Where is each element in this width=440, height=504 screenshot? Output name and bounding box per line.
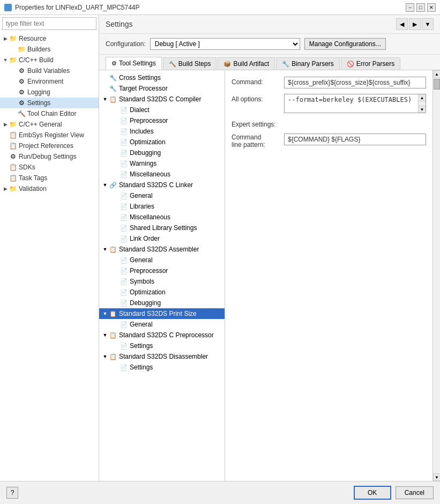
tool-tree-item-std_s32ds_disassembler[interactable]: ▼ 📋 Standard S32DS Disassembler <box>99 351 225 362</box>
tree-item-icon: ⚙ <box>9 152 17 161</box>
tool-tree-item-warnings[interactable]: 📄 Warnings <box>99 158 225 169</box>
tab-build_steps[interactable]: 🔨 Build Steps <box>163 57 217 70</box>
left-tree-item-build_variables[interactable]: ⚙ Build Variables <box>0 65 99 76</box>
left-tree-item-task_tags[interactable]: 📋 Task Tags <box>0 173 99 183</box>
help-button[interactable]: ? <box>6 487 18 499</box>
command-line-label-2: line pattern: <box>232 141 280 149</box>
cancel-button[interactable]: Cancel <box>396 486 434 499</box>
config-select[interactable]: Debug [ Active ] <box>150 38 300 50</box>
menu-button[interactable]: ▼ <box>422 18 434 30</box>
ok-button[interactable]: OK <box>354 486 391 500</box>
tt-label-symbols: Symbols <box>130 278 154 285</box>
tool-tree-item-std_s32ds_assembler[interactable]: ▼ 📋 Standard S32DS Assembler <box>99 244 225 255</box>
tab-build_artifact[interactable]: 📦 Build Artifact <box>218 57 275 70</box>
tool-tree-item-general_assembler[interactable]: 📄 General <box>99 255 225 265</box>
restore-button[interactable]: □ <box>416 3 425 12</box>
tt-label-warnings: Warnings <box>130 160 156 167</box>
svg-rect-0 <box>5 5 11 10</box>
tool-tree-item-std_s32ds_c_linker[interactable]: ▼ 🔗 Standard S32DS C Linker <box>99 180 225 190</box>
config-row: Configuration: Debug [ Active ] Manage C… <box>99 34 440 55</box>
tool-tree-item-libraries[interactable]: 📄 Libraries <box>99 201 225 212</box>
tool-tree-item-std_s32ds_c_preprocessor[interactable]: ▼ 📋 Standard S32DS C Preprocessor <box>99 330 225 340</box>
command-line-pattern-input[interactable] <box>284 134 426 145</box>
tt-label-std_s32ds_print_size: Standard S32DS Print Size <box>119 310 197 317</box>
tt-icon-general_print_size: 📄 <box>120 320 128 329</box>
tab-icon-tool_settings: ⚙ <box>111 60 117 67</box>
tool-tree-item-settings_disassembler[interactable]: 📄 Settings <box>99 362 225 373</box>
tool-tree-item-optimization_assembler[interactable]: 📄 Optimization <box>99 287 225 298</box>
tabs-row: ⚙ Tool Settings 🔨 Build Steps 📦 Build Ar… <box>99 55 440 70</box>
filter-input[interactable] <box>2 17 96 30</box>
tab-label-build_artifact: Build Artifact <box>233 60 269 68</box>
tt-icon-optimization_assembler: 📄 <box>120 288 128 297</box>
left-tree-item-logging[interactable]: ⚙ Logging <box>0 87 99 98</box>
tool-tree-item-std_s32ds_print_size[interactable]: ▼ 📋 Standard S32DS Print Size <box>99 308 225 319</box>
tab-tool_settings[interactable]: ⚙ Tool Settings <box>106 57 162 70</box>
tab-binary_parsers[interactable]: 🔧 Binary Parsers <box>276 57 340 70</box>
right-scroll-thumb[interactable] <box>434 79 440 90</box>
tab-error_parsers[interactable]: 🚫 Error Parsers <box>341 57 400 70</box>
left-tree-item-project_references[interactable]: 📋 Project References <box>0 140 99 151</box>
title-bar: Properties for LINFlexD_UART_MPC5744P – … <box>0 0 440 15</box>
tool-tree-item-preprocessor_assembler[interactable]: 📄 Preprocessor <box>99 265 225 276</box>
tool-tree-item-debugging_assembler[interactable]: 📄 Debugging <box>99 298 225 308</box>
left-tree-item-settings[interactable]: ⚙ Settings <box>0 98 99 108</box>
left-tree-item-validation[interactable]: ▶ 📁 Validation <box>0 183 99 194</box>
tool-tree-item-general_linker[interactable]: 📄 General <box>99 190 225 201</box>
tool-tree-item-shared_library_settings[interactable]: 📄 Shared Library Settings <box>99 223 225 233</box>
tree-item-icon: 📋 <box>9 174 17 182</box>
tt-icon-link_order: 📄 <box>120 234 128 243</box>
tool-tree-item-link_order[interactable]: 📄 Link Order <box>99 233 225 244</box>
all-options-scrollbar: ▲ ▼ <box>418 94 426 113</box>
left-tree-item-cpp_general[interactable]: ▶ 📁 C/C++ General <box>0 119 99 130</box>
left-tree-item-cpp_build[interactable]: ▼ 📁 C/C++ Build <box>0 55 99 65</box>
manage-configs-button[interactable]: Manage Configurations... <box>304 38 386 50</box>
left-tree-item-tool_chain_editor[interactable]: 🔨 Tool Chain Editor <box>0 108 99 119</box>
tab-label-error_parsers: Error Parsers <box>356 60 394 68</box>
tool-tree-item-includes[interactable]: 📄 Includes <box>99 126 225 137</box>
tool-tree-item-dialect[interactable]: 📄 Dialect <box>99 105 225 115</box>
tool-tree-item-general_print_size[interactable]: 📄 General <box>99 319 225 330</box>
tree-item-label: Build Variables <box>27 67 70 75</box>
tt-label-link_order: Link Order <box>130 235 160 242</box>
tool-tree-item-cross_settings[interactable]: 🔧 Cross Settings <box>99 72 225 83</box>
tool-tree-item-settings_preprocessor[interactable]: 📄 Settings <box>99 340 225 351</box>
tab-icon-error_parsers: 🚫 <box>347 61 354 68</box>
left-tree-item-builders[interactable]: 📁 Builders <box>0 44 99 55</box>
tt-arrow: ▼ <box>101 332 109 338</box>
tree-item-icon: ⚙ <box>17 77 26 86</box>
tt-label-std_s32ds_disassembler: Standard S32DS Disassembler <box>119 353 208 360</box>
tool-tree-item-miscellaneous_linker[interactable]: 📄 Miscellaneous <box>99 212 225 223</box>
tt-icon-settings_disassembler: 📄 <box>120 363 128 372</box>
command-label: Command: <box>232 77 280 86</box>
right-scroll-up-icon[interactable]: ▲ <box>433 70 440 78</box>
right-scroll-down-icon[interactable]: ▼ <box>433 473 440 481</box>
minimize-button[interactable]: – <box>406 3 414 12</box>
tt-icon-dialect: 📄 <box>120 106 128 114</box>
back-button[interactable]: ◀ <box>396 18 408 30</box>
tool-tree-item-debugging_compiler[interactable]: 📄 Debugging <box>99 147 225 158</box>
left-tree-item-embsys_register_view[interactable]: 📋 EmbSys Register View <box>0 130 99 140</box>
tool-tree-item-symbols[interactable]: 📄 Symbols <box>99 276 225 287</box>
left-tree-item-environment[interactable]: ⚙ Environment <box>0 76 99 87</box>
left-tree-item-sdks[interactable]: 📋 SDKs <box>0 162 99 173</box>
command-line-label-1: Command <box>232 134 280 141</box>
left-tree-item-resource[interactable]: ▶ 📁 Resource <box>0 33 99 44</box>
tt-label-debugging_compiler: Debugging <box>130 149 161 157</box>
window-title: Properties for LINFlexD_UART_MPC5744P <box>15 4 406 11</box>
tool-tree-item-miscellaneous_compiler[interactable]: 📄 Miscellaneous <box>99 169 225 180</box>
all-options-textarea[interactable]: --format=berkeley $(EXECUTABLES) <box>285 94 418 113</box>
right-scroll-track <box>433 78 440 473</box>
tool-tree-item-preprocessor[interactable]: 📄 Preprocessor <box>99 115 225 126</box>
close-button[interactable]: ✕ <box>427 3 436 12</box>
forward-button[interactable]: ▶ <box>409 18 421 30</box>
tool-tree-item-target_processor[interactable]: 🔧 Target Processor <box>99 83 225 94</box>
left-tree-item-run_debug_settings[interactable]: ⚙ Run/Debug Settings <box>0 151 99 162</box>
tree-item-label: C/C++ Build <box>19 56 54 64</box>
scroll-down-icon[interactable]: ▼ <box>419 106 426 113</box>
scroll-up-icon[interactable]: ▲ <box>419 94 426 101</box>
tool-tree-item-std_s32ds_c_compiler[interactable]: ▼ 📋 Standard S32DS C Compiler <box>99 94 225 105</box>
tt-icon-warnings: 📄 <box>120 159 128 168</box>
tool-tree-item-optimization[interactable]: 📄 Optimization <box>99 137 225 147</box>
command-input[interactable] <box>284 77 426 88</box>
